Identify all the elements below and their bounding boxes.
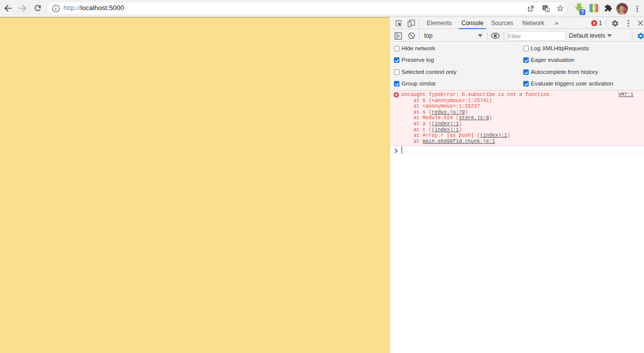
- svg-text:?: ?: [581, 9, 584, 15]
